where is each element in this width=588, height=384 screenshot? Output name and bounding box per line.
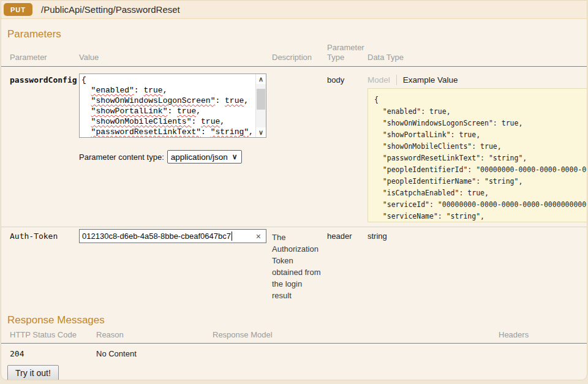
col-reason: Reason	[96, 330, 213, 339]
text-caret	[232, 232, 232, 241]
api-operation-panel: PUT /PublicApi/Setting/PasswordReset Par…	[1, 0, 587, 380]
scrollbar-thumb[interactable]	[257, 89, 265, 110]
operation-path[interactable]: /PublicApi/Setting/PasswordReset	[41, 4, 180, 15]
chevron-down-icon: ∨	[232, 152, 238, 161]
http-method-badge: PUT	[4, 3, 32, 16]
example-value-box[interactable]: { "enabled": true, "showOnWindowsLogonSc…	[368, 88, 587, 222]
try-it-out-button[interactable]: Try it out!	[7, 365, 59, 380]
col-http-status-code: HTTP Status Code	[10, 330, 96, 339]
param-row-auth-token: Auth-Token 012130c8-d6eb-4a58-8bbe-cbeaf…	[1, 227, 587, 305]
col-parameter-type: Parameter Type	[327, 43, 368, 62]
response-row-204: 204 No Content	[1, 344, 587, 358]
auth-token-value: 012130c8-d6eb-4a58-8bbe-cbeaf0647bc7	[82, 232, 231, 241]
param-type-header: header	[327, 227, 368, 305]
textarea-scrollbar[interactable]: ∧ ∨	[255, 74, 266, 137]
param-name-passwordconfig: passwordConfig	[10, 67, 79, 227]
col-response-model: Response Model	[213, 330, 499, 339]
content-type-selected-value: application/json	[171, 152, 228, 162]
param-name-auth-token: Auth-Token	[10, 227, 79, 305]
parameters-header-row: Parameter Value Description Parameter Ty…	[1, 40, 587, 66]
tab-separator	[396, 75, 397, 85]
response-model-cell	[213, 349, 499, 358]
status-code: 204	[10, 349, 96, 358]
tab-example-value[interactable]: Example Value	[403, 75, 458, 85]
col-description: Description	[272, 53, 327, 62]
textarea-json-text: { "enabled": true, "showOnWindowsLogonSc…	[80, 74, 266, 138]
tab-model[interactable]: Model	[368, 75, 390, 85]
status-reason: No Content	[96, 349, 213, 358]
col-data-type: Data Type	[368, 53, 587, 62]
auth-token-input[interactable]: 012130c8-d6eb-4a58-8bbe-cbeaf0647bc7 ×	[79, 229, 266, 243]
parameters-heading: Parameters	[1, 19, 587, 40]
response-headers-cell	[499, 349, 587, 358]
response-header-row: HTTP Status Code Reason Response Model H…	[1, 326, 587, 343]
param-row-passwordConfig: passwordConfig { "enabled": true, "showO…	[1, 67, 587, 227]
content-type-select[interactable]: application/json ∨	[167, 150, 242, 164]
col-headers: Headers	[499, 330, 587, 339]
clear-input-icon[interactable]: ×	[256, 232, 261, 241]
scroll-up-icon[interactable]: ∧	[256, 74, 266, 84]
col-parameter: Parameter	[10, 53, 79, 62]
param-type-body: body	[327, 67, 368, 227]
col-value: Value	[79, 53, 272, 62]
operation-header[interactable]: PUT /PublicApi/Setting/PasswordReset	[1, 1, 587, 19]
content-type-label: Parameter content type:	[79, 152, 164, 162]
auth-token-description: The Authorization Token obtained from th…	[272, 227, 327, 305]
data-type-string: string	[368, 227, 587, 305]
scroll-down-icon[interactable]: ∨	[256, 127, 266, 137]
passwordconfig-body-textarea[interactable]: { "enabled": true, "showOnWindowsLogonSc…	[79, 73, 266, 138]
param-description-empty	[272, 67, 327, 227]
datatype-tabs: Model Example Value	[368, 75, 587, 85]
response-messages-heading: Response Messages	[1, 305, 587, 326]
